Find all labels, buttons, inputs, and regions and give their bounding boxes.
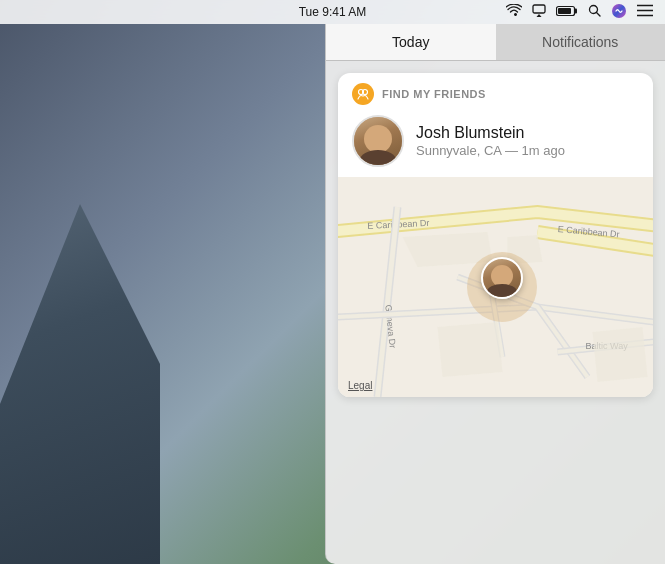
menu-bar-icons (506, 3, 653, 22)
menu-bar: Tue 9:41 AM (0, 0, 665, 24)
svg-rect-2 (575, 8, 578, 13)
app-name: FIND MY FRIENDS (382, 88, 486, 100)
menu-bar-clock: Tue 9:41 AM (299, 5, 367, 19)
person-info: Josh Blumstein Sunnyvale, CA — 1m ago (338, 111, 653, 177)
notification-panel: Today Notifications FIND MY FRIENDS (325, 24, 665, 564)
notification-card: FIND MY FRIENDS Josh Blumstein Sunnyvale… (338, 73, 653, 397)
tab-today[interactable]: Today (326, 24, 496, 60)
avatar (352, 115, 404, 167)
app-icon (352, 83, 374, 105)
airplay-icon[interactable] (532, 4, 546, 20)
menu-lines-icon[interactable] (637, 4, 653, 20)
person-location: Sunnyvale, CA — 1m ago (416, 143, 565, 158)
legal-link[interactable]: Legal (348, 380, 372, 391)
siri-icon[interactable] (611, 3, 627, 22)
search-icon[interactable] (588, 4, 601, 20)
person-name: Josh Blumstein (416, 124, 565, 142)
svg-line-5 (597, 13, 601, 17)
map-area[interactable]: E Caribbean Dr E Caribbean Dr Geneva Dr (338, 177, 653, 397)
card-header: FIND MY FRIENDS (338, 73, 653, 111)
avatar-inner (354, 117, 402, 165)
avatar-face (364, 125, 392, 153)
menu-bar-time: Tue 9:41 AM (299, 5, 367, 19)
svg-rect-3 (558, 8, 571, 14)
map-pin (481, 257, 523, 299)
battery-icon (556, 5, 578, 20)
tab-bar: Today Notifications (326, 24, 665, 61)
map-pin-body (487, 284, 517, 299)
person-text: Josh Blumstein Sunnyvale, CA — 1m ago (416, 124, 565, 158)
avatar-body (360, 150, 396, 165)
tab-notifications[interactable]: Notifications (496, 24, 666, 60)
svg-rect-0 (533, 5, 545, 13)
map-pin-avatar (481, 257, 523, 299)
wifi-icon[interactable] (506, 4, 522, 20)
